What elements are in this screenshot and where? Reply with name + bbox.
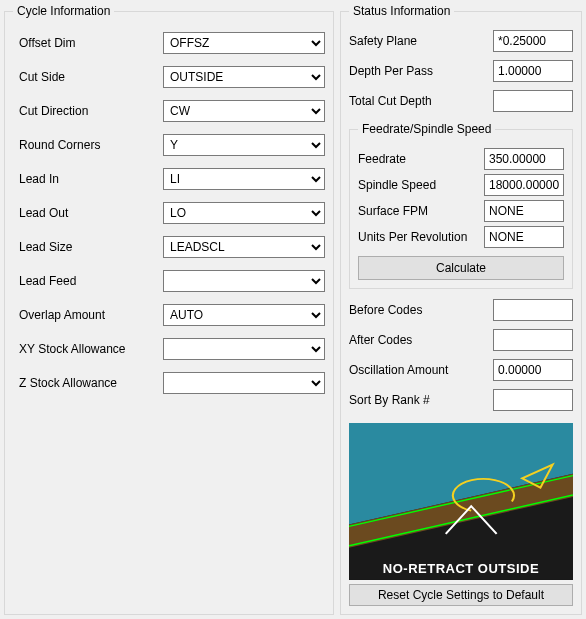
depth-per-pass-label: Depth Per Pass	[349, 64, 493, 78]
total-cut-depth-label: Total Cut Depth	[349, 94, 493, 108]
cycle-information-group: Cycle Information Offset Dim OFFSZ Cut S…	[4, 4, 334, 615]
xy-stock-label: XY Stock Allowance	[13, 342, 163, 356]
units-per-rev-input[interactable]	[484, 226, 564, 248]
overlap-amount-label: Overlap Amount	[13, 308, 163, 322]
calculate-button[interactable]: Calculate	[358, 256, 564, 280]
before-codes-label: Before Codes	[349, 303, 493, 317]
round-corners-select[interactable]: Y	[163, 134, 325, 156]
lead-out-label: Lead Out	[13, 206, 163, 220]
lead-size-label: Lead Size	[13, 240, 163, 254]
cut-direction-label: Cut Direction	[13, 104, 163, 118]
cut-side-select[interactable]: OUTSIDE	[163, 66, 325, 88]
safety-plane-input[interactable]	[493, 30, 573, 52]
status-legend: Status Information	[349, 4, 454, 18]
z-stock-select[interactable]	[163, 372, 325, 394]
before-codes-input[interactable]	[493, 299, 573, 321]
offset-dim-label: Offset Dim	[13, 36, 163, 50]
lead-out-select[interactable]: LO	[163, 202, 325, 224]
cut-direction-select[interactable]: CW	[163, 100, 325, 122]
lead-feed-select[interactable]	[163, 270, 325, 292]
spindle-speed-input[interactable]	[484, 174, 564, 196]
reset-cycle-button[interactable]: Reset Cycle Settings to Default	[349, 584, 573, 606]
status-information-group: Status Information Safety Plane Depth Pe…	[340, 4, 582, 615]
lead-in-select[interactable]: LI	[163, 168, 325, 190]
z-stock-label: Z Stock Allowance	[13, 376, 163, 390]
overlap-amount-select[interactable]: AUTO	[163, 304, 325, 326]
after-codes-label: After Codes	[349, 333, 493, 347]
feedrate-label: Feedrate	[358, 152, 484, 166]
cut-side-label: Cut Side	[13, 70, 163, 84]
preview-caption: NO-RETRACT OUTSIDE	[349, 557, 573, 580]
cycle-preview-image: NO-RETRACT OUTSIDE	[349, 423, 573, 580]
surface-fpm-input[interactable]	[484, 200, 564, 222]
lead-feed-label: Lead Feed	[13, 274, 163, 288]
lead-size-select[interactable]: LEADSCL	[163, 236, 325, 258]
cycle-legend: Cycle Information	[13, 4, 114, 18]
sort-rank-label: Sort By Rank #	[349, 393, 493, 407]
offset-dim-select[interactable]: OFFSZ	[163, 32, 325, 54]
total-cut-depth-input[interactable]	[493, 90, 573, 112]
lead-in-label: Lead In	[13, 172, 163, 186]
feedrate-input[interactable]	[484, 148, 564, 170]
round-corners-label: Round Corners	[13, 138, 163, 152]
spindle-speed-label: Spindle Speed	[358, 178, 484, 192]
surface-fpm-label: Surface FPM	[358, 204, 484, 218]
sort-rank-input[interactable]	[493, 389, 573, 411]
after-codes-input[interactable]	[493, 329, 573, 351]
feedrate-legend: Feedrate/Spindle Speed	[358, 122, 495, 136]
oscillation-label: Oscillation Amount	[349, 363, 493, 377]
oscillation-input[interactable]	[493, 359, 573, 381]
feedrate-spindle-group: Feedrate/Spindle Speed Feedrate Spindle …	[349, 122, 573, 289]
safety-plane-label: Safety Plane	[349, 34, 493, 48]
units-per-rev-label: Units Per Revolution	[358, 230, 484, 244]
depth-per-pass-input[interactable]	[493, 60, 573, 82]
xy-stock-select[interactable]	[163, 338, 325, 360]
